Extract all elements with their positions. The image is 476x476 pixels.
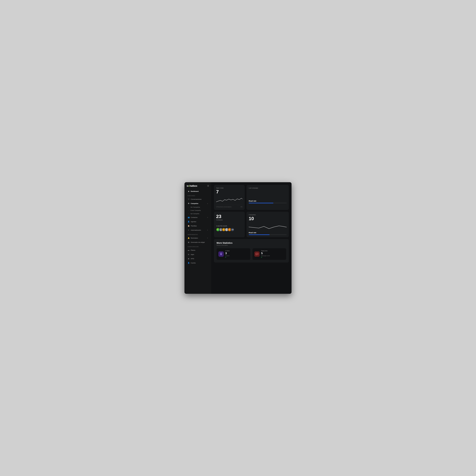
- campanas-read-rate-label: Read rate: [249, 232, 287, 234]
- planes-label: Planes: [191, 249, 195, 251]
- top-cards-grid: Open chats 7 0 Resolved conversations 0%…: [214, 185, 289, 210]
- sidebar-item-automatizacion[interactable]: ✕ Automatización ▼: [185, 228, 210, 232]
- ai-bots-sub-label: Custom: [225, 255, 230, 256]
- contactos-chevron-icon: ▼: [207, 217, 208, 218]
- campanas-chevron-icon: ▲: [207, 203, 208, 204]
- open-chats-chart: [216, 196, 242, 204]
- campanas-stat-card: Campañas 10 Read rate: [246, 212, 289, 237]
- main-content: Open chats 7 0 Resolved conversations 0%…: [211, 182, 291, 294]
- ai-bots-title: AI Bots: [225, 250, 230, 252]
- generador-widget-icon: ▦: [187, 241, 190, 243]
- campaign-read-rate-label: Read rate: [249, 200, 287, 202]
- ai-bots-info: AI Bots 3 Custom 0: [225, 250, 230, 258]
- svg-point-3: [226, 230, 227, 231]
- svg-point-12: [257, 254, 257, 254]
- ai-bots-sub-value: 0: [225, 256, 230, 258]
- sidebar-item-cuenta[interactable]: 👤 Cuenta: [185, 261, 210, 265]
- contactos-card: 23 Contactos 1 new this month Pi B: [214, 212, 245, 237]
- open-chats-sparkline: [216, 196, 242, 204]
- sidebar-item-api-campana[interactable]: Api Campaña: [185, 212, 211, 215]
- reply-bots-icon: [254, 251, 260, 257]
- apps-icon: ⊞: [187, 253, 190, 255]
- agentes-label: Agentes: [191, 221, 196, 222]
- sidebar-item-plantillas[interactable]: 🏠 Plantillas: [185, 224, 210, 228]
- sidebar-item-ver-campanas[interactable]: Ver Campañas: [185, 205, 211, 209]
- contactos-icon: 👥: [187, 216, 190, 218]
- reminders-label: Reminders: [191, 237, 198, 239]
- campanas-sparkline: [249, 222, 287, 230]
- person-icon: [220, 229, 222, 231]
- sidebar-item-apis[interactable]: ◉ APIS: [185, 257, 210, 261]
- resolved-conversations-pct: 0%: [240, 206, 242, 208]
- reply-bots-value: 5: [261, 252, 270, 255]
- api-campana-label: Api Campaña: [190, 213, 199, 214]
- contactos-label: Contactos: [191, 217, 198, 218]
- sidebar-header: whatbox ☰: [185, 182, 211, 189]
- app-name: whatbox: [187, 185, 197, 187]
- more-statistics-subtitle: Recent information: [217, 244, 286, 246]
- logo: whatbox: [187, 185, 197, 187]
- svg-point-2: [226, 229, 227, 230]
- contact-avatars: Pi B: [216, 228, 242, 231]
- robot-icon: [220, 253, 223, 256]
- plantillas-label: Plantillas: [191, 225, 197, 227]
- open-chats-value: 7: [216, 189, 242, 194]
- campanas-icon: ⚙: [187, 203, 190, 204]
- chat-icon: [255, 253, 258, 256]
- plantillas-icon: 🏠: [187, 225, 190, 227]
- sidebar-item-contactos[interactable]: 👥 Contactos ▼: [185, 215, 210, 219]
- cuenta-label: Cuenta: [191, 262, 196, 264]
- svg-point-1: [220, 230, 221, 231]
- conversaciones-label: Conversaciones: [191, 198, 202, 200]
- sidebar-item-dashboard[interactable]: ◈ Dashboard: [185, 189, 210, 193]
- campanas-stat-value: 10: [249, 216, 287, 221]
- logo-dot: [189, 186, 189, 187]
- automatizacion-chevron-icon: ▼: [207, 230, 208, 231]
- sidebar-item-planes[interactable]: ▬ Planes: [185, 248, 210, 252]
- sidebar: whatbox ☰ ◈ Dashboard FUNCIONES 🗨 Conver…: [185, 182, 211, 294]
- sidebar-item-reminders[interactable]: 🔔 Reminders ▼: [185, 236, 210, 240]
- agentes-icon: 👤: [187, 221, 190, 223]
- svg-point-4: [220, 253, 222, 255]
- campaign-read-rate-bar: [249, 203, 287, 203]
- new-this-month-label: 1 new this month: [216, 225, 242, 227]
- svg-rect-7: [221, 255, 221, 255]
- svg-point-6: [221, 254, 221, 254]
- avatar-more: +18: [231, 228, 234, 231]
- automatizacion-icon: ✕: [187, 229, 190, 231]
- person-icon-2: [226, 229, 227, 231]
- campanas-stat-label: Campañas: [249, 214, 287, 216]
- reply-bots-sub-label: Messages send: [261, 255, 270, 256]
- svg-point-5: [221, 254, 221, 254]
- more-statistics-section: More Statistics Recent information: [214, 239, 289, 262]
- contactos-card-label: Contactos: [216, 219, 242, 221]
- reply-bots-title: Reply bots: [261, 250, 270, 252]
- sidebar-dashboard-label: Dashboard: [191, 190, 199, 192]
- open-chats-label: Open chats: [216, 187, 242, 189]
- bottom-cards-grid: 23 Contactos 1 new this month Pi B: [214, 212, 289, 237]
- sidebar-item-apps[interactable]: ⊞ Apps: [185, 252, 210, 256]
- sidebar-item-campanas[interactable]: ⚙ Campañas ▲: [185, 202, 210, 205]
- section-configuracion: CONFIGURACIÓN: [185, 244, 211, 248]
- campanas-read-rate-fill: [249, 235, 270, 235]
- campanas-chart: [249, 222, 287, 230]
- svg-point-0: [221, 229, 221, 230]
- cuenta-icon: 👤: [187, 262, 190, 264]
- sidebar-item-crear-campana[interactable]: Crear Campaña: [185, 209, 211, 212]
- sidebar-item-generador-widget[interactable]: ▦ Generador de widget: [185, 240, 210, 244]
- conversaciones-icon: 🗨: [187, 198, 190, 200]
- open-chats-card: Open chats 7 0 Resolved conversations 0%: [214, 185, 245, 210]
- sidebar-item-conversaciones[interactable]: 🗨 Conversaciones: [185, 197, 210, 201]
- last-campaign-card: Last campaign Read rate: [246, 185, 289, 210]
- ai-bots-icon: [218, 251, 224, 257]
- svg-point-13: [257, 254, 258, 254]
- open-chats-footer: 0 Resolved conversations 0%: [216, 205, 242, 208]
- campanas-read-rate-bar: [249, 235, 287, 235]
- ver-campanas-label: Ver Campañas: [190, 206, 200, 208]
- hamburger-menu-icon[interactable]: ☰: [207, 185, 209, 187]
- resolved-conversations-label: 0 Resolved conversations: [216, 206, 231, 208]
- dashboard-icon: ◈: [187, 190, 190, 192]
- reminders-chevron-icon: ▼: [207, 238, 208, 239]
- automatizacion-label: Automatización: [191, 229, 201, 231]
- sidebar-item-agentes[interactable]: 👤 Agentes: [185, 220, 210, 224]
